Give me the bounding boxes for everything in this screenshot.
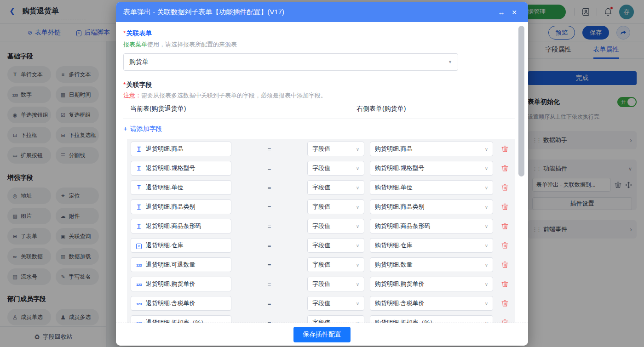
source-field-label: 购货明细.商品: [375, 145, 413, 153]
mapping-row: 退货明细.购货单价 = 字段值 购货明细.购货单价: [131, 274, 509, 294]
link-form-label-text: 关联表单: [126, 29, 152, 37]
required-asterisk: *: [123, 81, 126, 88]
select-field-icon: [135, 243, 143, 248]
left-field-box[interactable]: 退货明细.可退数量: [131, 257, 231, 272]
add-field-link[interactable]: 请添加字段: [123, 124, 162, 133]
equals-sign: =: [231, 262, 307, 268]
chevron-down-icon: [485, 166, 488, 171]
source-field-label: 购货明细.数量: [375, 261, 413, 269]
plus-icon: [123, 124, 127, 133]
equals-sign: =: [231, 146, 307, 153]
source-field-select[interactable]: 购货明细.商品: [370, 142, 493, 156]
equals-sign: =: [231, 300, 307, 307]
chevron-down-icon: [485, 301, 488, 306]
source-field-label: 购货明细.含税单价: [375, 299, 425, 307]
value-type-select[interactable]: 字段值: [307, 142, 364, 156]
delete-row-icon[interactable]: [500, 241, 509, 250]
equals-sign: =: [231, 242, 307, 249]
value-type-label: 字段值: [312, 183, 330, 192]
chevron-down-icon: [485, 243, 488, 248]
left-field-box[interactable]: 退货明细.购货单价: [131, 277, 231, 291]
delete-row-icon[interactable]: [500, 164, 509, 172]
left-field-box[interactable]: 退货明细.商品: [131, 142, 231, 156]
value-type-select[interactable]: 字段值: [307, 238, 364, 253]
delete-row-icon[interactable]: [500, 222, 509, 230]
value-type-select[interactable]: 字段值: [307, 296, 364, 311]
left-field-box[interactable]: 退货明细.单位: [131, 180, 231, 195]
modal-footer: 保存插件配置: [116, 323, 528, 346]
value-type-select[interactable]: 字段值: [307, 199, 364, 214]
link-fields-label: *关联字段: [123, 80, 515, 89]
number-field-icon: [135, 262, 143, 267]
delete-row-icon[interactable]: [500, 280, 509, 288]
delete-row-icon[interactable]: [500, 183, 509, 192]
source-field-select[interactable]: 购货明细.商品类别: [370, 199, 493, 214]
hint-highlight: 报表菜单: [123, 41, 147, 48]
left-field-label: 退货明细.规格型号: [146, 164, 196, 172]
chevron-down-icon: [356, 166, 359, 171]
number-field-icon: [135, 301, 143, 306]
source-field-select[interactable]: 购货明细.仓库: [370, 238, 493, 253]
source-field-label: 购货明细.商品类别: [375, 203, 425, 211]
delete-row-icon[interactable]: [500, 145, 509, 153]
left-field-label: 退货明细.购货单价: [146, 280, 196, 288]
column-header-left: 当前表(购货退货单): [130, 105, 186, 112]
chevron-down-icon: [356, 147, 359, 152]
chevron-down-icon: [356, 224, 359, 229]
value-type-label: 字段值: [312, 299, 330, 307]
source-field-select[interactable]: 购货明细.商品条形码: [370, 219, 493, 233]
resize-icon[interactable]: [495, 8, 508, 16]
left-field-label: 退货明细.商品类别: [146, 203, 196, 211]
source-field-label: 购货明细.规格型号: [375, 164, 425, 172]
value-type-select[interactable]: 字段值: [307, 257, 364, 272]
source-form-select[interactable]: 购货单: [123, 53, 458, 71]
source-field-select[interactable]: 购货明细.购货单价: [370, 277, 493, 291]
text-field-icon: [135, 204, 143, 210]
mapping-row: 退货明细.规格型号 = 字段值 购货明细.规格型号: [131, 159, 509, 178]
left-field-box[interactable]: 退货明细.商品条形码: [131, 219, 231, 233]
delete-row-icon[interactable]: [500, 261, 509, 269]
modal-scrollbar-thumb[interactable]: [518, 26, 524, 176]
chevron-down-icon: [356, 301, 359, 306]
value-type-label: 字段值: [312, 280, 330, 288]
source-field-select[interactable]: 购货明细.含税单价: [370, 296, 493, 311]
value-type-select[interactable]: 字段值: [307, 180, 364, 195]
save-plugin-config-button[interactable]: 保存插件配置: [293, 327, 351, 342]
value-type-select[interactable]: 字段值: [307, 161, 364, 176]
chevron-down-icon: [485, 147, 488, 152]
add-field-label: 请添加字段: [130, 124, 162, 133]
left-field-label: 退货明细.含税单价: [146, 299, 196, 307]
left-field-label: 退货明细.商品条形码: [146, 222, 201, 230]
value-type-select[interactable]: 字段值: [307, 277, 364, 291]
chevron-down-icon: [485, 205, 488, 210]
source-field-select[interactable]: 购货明细.数量: [370, 257, 493, 272]
left-field-box[interactable]: 退货明细.规格型号: [131, 161, 231, 176]
delete-row-icon[interactable]: [500, 203, 509, 211]
left-field-box[interactable]: 退货明细.仓库: [131, 238, 231, 253]
close-icon[interactable]: [508, 8, 521, 16]
plugin-config-modal: 表单弹出 - 关联数据到子表单【功能插件配置】(V17) *关联表单 报表菜单使…: [116, 2, 528, 346]
value-type-label: 字段值: [312, 203, 330, 211]
text-field-icon: [135, 184, 143, 191]
delete-row-icon[interactable]: [500, 299, 509, 307]
note-text: 需要从报表多选数据中关联到子表单的字段，必须是报表中添加字段。: [141, 92, 327, 99]
chevron-down-icon: [485, 224, 488, 229]
mapping-row: 退货明细.单位 = 字段值 购货明细.单位: [131, 178, 509, 197]
equals-sign: =: [231, 165, 307, 172]
left-field-label: 退货明细.单位: [146, 183, 184, 192]
left-field-box[interactable]: 退货明细.商品类别: [131, 199, 231, 214]
mapping-row: 退货明细.含税单价 = 字段值 购货明细.含税单价: [131, 294, 509, 313]
source-field-select[interactable]: 购货明细.单位: [370, 180, 493, 195]
equals-sign: =: [231, 204, 307, 210]
mapping-column-headers: 当前表(购货退货单) 右侧表单(购货单): [123, 104, 515, 119]
source-field-select[interactable]: 购货明细.规格型号: [370, 161, 493, 176]
hint-rest: 使用，请选择报表所配置的来源表: [147, 41, 237, 48]
mapping-row: 退货明细.可退数量 = 字段值 购货明细.数量: [131, 255, 509, 274]
chevron-down-icon: [356, 243, 359, 248]
left-field-label: 退货明细.仓库: [146, 241, 184, 250]
value-type-select[interactable]: 字段值: [307, 219, 364, 233]
note-label: 注意：: [123, 92, 141, 99]
chevron-down-icon: [356, 262, 359, 267]
text-field-icon: [135, 223, 143, 229]
left-field-box[interactable]: 退货明细.含税单价: [131, 296, 231, 311]
